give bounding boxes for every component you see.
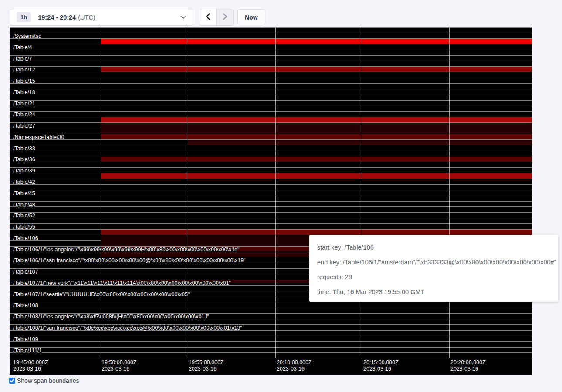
tick-date: 2023-03-16 bbox=[189, 366, 224, 372]
time-gridline bbox=[101, 27, 101, 358]
heat-band bbox=[101, 123, 532, 134]
heat-band bbox=[101, 157, 532, 162]
tick-date: 2023-03-16 bbox=[450, 366, 486, 372]
tooltip-time: time: Thu, 16 Mar 2023 19:55:00 GMT bbox=[317, 284, 550, 299]
span-label: /Table/107/1/"new york"/"\x11\x11\x11\x1… bbox=[13, 280, 231, 286]
time-range-select[interactable]: 1h 19:24 - 20:24 (UTC) bbox=[10, 9, 193, 26]
span-label: /Table/107/1/"seattle"/"UUUUUUD\x00\x80\… bbox=[13, 291, 190, 297]
time-axis-tick: 20:10:00.000Z2023-03-16 bbox=[277, 359, 312, 372]
span-boundary-line bbox=[10, 83, 532, 84]
duration-badge: 1h bbox=[17, 12, 31, 22]
span-label: /Table/21 bbox=[13, 101, 35, 107]
span-boundary-line bbox=[10, 72, 532, 72]
show-span-boundaries-checkbox[interactable] bbox=[9, 378, 15, 384]
time-axis-tick: 19:45:00.000Z2023-03-16 bbox=[13, 359, 48, 372]
tick-time: 20:10:00.000Z bbox=[277, 359, 312, 366]
span-boundary-line bbox=[10, 50, 532, 50]
span-boundary-line bbox=[10, 196, 532, 196]
tooltip-end-key: end key: /Table/106/1/"amsterdam"/"\xb33… bbox=[317, 255, 550, 270]
span-label: /Table/108/1/"los angeles"/"\xa8\xf5\u00… bbox=[13, 314, 209, 320]
span-boundary-line bbox=[10, 212, 532, 213]
heat-band bbox=[188, 140, 532, 145]
span-label: /NamespaceTable/30 bbox=[13, 134, 64, 140]
time-nav-button-group bbox=[200, 9, 234, 26]
tick-date: 2023-03-16 bbox=[363, 366, 399, 372]
span-boundary-line bbox=[10, 352, 532, 353]
span-boundary-line bbox=[10, 151, 532, 151]
span-boundary-line bbox=[10, 336, 532, 336]
span-label: /Table/106/1/"san francisco"/"\x80\x00\x… bbox=[13, 257, 246, 264]
hover-tooltip: start key: /Table/106 end key: /Table/10… bbox=[309, 235, 558, 302]
span-boundary-line bbox=[10, 206, 532, 207]
tick-date: 2023-03-16 bbox=[13, 366, 48, 372]
heat-band bbox=[101, 173, 532, 179]
next-button[interactable] bbox=[217, 9, 233, 25]
span-boundary-line bbox=[10, 162, 532, 162]
span-label: /Table/7 bbox=[13, 56, 32, 62]
span-label: /Table/106 bbox=[13, 235, 38, 241]
tick-time: 19:45:00.000Z bbox=[13, 359, 48, 366]
span-boundary-line bbox=[10, 223, 532, 224]
span-boundary-line bbox=[10, 308, 532, 308]
span-label: /Table/15 bbox=[13, 78, 35, 84]
span-label: /Table/52 bbox=[13, 213, 35, 219]
time-axis-tick: 20:20:00.000Z2023-03-16 bbox=[450, 359, 486, 372]
span-label: /Table/111/1 bbox=[13, 348, 42, 354]
span-boundary-line bbox=[10, 78, 532, 78]
tick-date: 2023-03-16 bbox=[277, 366, 312, 372]
span-label: /Table/39 bbox=[13, 168, 35, 174]
span-label: /Table/109 bbox=[13, 336, 38, 342]
span-boundary-line bbox=[10, 358, 532, 358]
time-gridline bbox=[449, 27, 450, 358]
prev-button[interactable] bbox=[200, 9, 217, 25]
utc-label: (UTC) bbox=[78, 14, 95, 21]
span-boundary-line bbox=[10, 95, 532, 95]
span-label: /Table/33 bbox=[13, 145, 35, 152]
time-axis-tick: 19:50:00.000Z2023-03-16 bbox=[102, 359, 137, 372]
footer-controls: Show span boundaries bbox=[9, 377, 79, 384]
span-label: /Table/24 bbox=[13, 112, 35, 118]
span-boundary-line bbox=[10, 145, 532, 145]
span-boundary-line bbox=[10, 27, 532, 28]
time-axis-tick: 19:55:00.000Z2023-03-16 bbox=[189, 359, 224, 372]
heat-band bbox=[101, 67, 532, 72]
span-label: /Table/36 bbox=[13, 156, 35, 162]
key-visualizer-heatmap[interactable]: /System/tsd/Table/4/Table/7/Table/12/Tab… bbox=[10, 27, 532, 375]
span-boundary-line bbox=[10, 347, 532, 348]
span-boundary-line bbox=[10, 302, 532, 302]
tooltip-start-key: start key: /Table/106 bbox=[317, 240, 550, 255]
time-axis-tick: 20:15:00.000Z2023-03-16 bbox=[363, 359, 399, 372]
show-span-boundaries-label: Show span boundaries bbox=[17, 377, 79, 384]
heat-band bbox=[101, 134, 532, 139]
span-label: /Table/45 bbox=[13, 190, 35, 196]
chevron-right-icon bbox=[223, 13, 227, 22]
span-label: /Table/27 bbox=[13, 123, 35, 129]
span-label: /Table/12 bbox=[13, 67, 35, 73]
span-boundary-line bbox=[10, 106, 532, 106]
span-boundary-line bbox=[10, 167, 532, 168]
span-boundary-line bbox=[10, 218, 532, 218]
span-label: /System/tsd bbox=[13, 33, 41, 39]
span-boundary-line bbox=[10, 184, 532, 185]
tooltip-requests: requests: 28 bbox=[317, 270, 550, 284]
span-boundary-line bbox=[10, 201, 532, 202]
now-button[interactable]: Now bbox=[237, 9, 265, 25]
span-boundary-line bbox=[10, 61, 532, 61]
chevron-down-icon bbox=[180, 16, 186, 19]
tick-time: 19:50:00.000Z bbox=[102, 359, 137, 366]
span-label: /Table/108 bbox=[13, 302, 38, 308]
time-gridline bbox=[362, 27, 362, 358]
span-boundary-line bbox=[10, 100, 532, 101]
span-label: /Table/42 bbox=[13, 179, 35, 185]
span-boundary-line bbox=[10, 55, 532, 56]
span-boundary-line bbox=[10, 341, 532, 342]
time-range-label: 19:24 - 20:24 bbox=[38, 14, 76, 21]
tick-time: 20:15:00.000Z bbox=[363, 359, 399, 366]
span-label: /Table/106/1/"los angeles"/"\x99\x99\x99… bbox=[13, 247, 239, 253]
span-boundary-line bbox=[10, 111, 532, 112]
span-boundary-line bbox=[10, 44, 532, 44]
tick-time: 20:20:00.000Z bbox=[450, 359, 486, 366]
span-label: /Table/55 bbox=[13, 224, 35, 230]
span-label: /Table/4 bbox=[13, 44, 32, 51]
heat-band bbox=[101, 117, 532, 122]
